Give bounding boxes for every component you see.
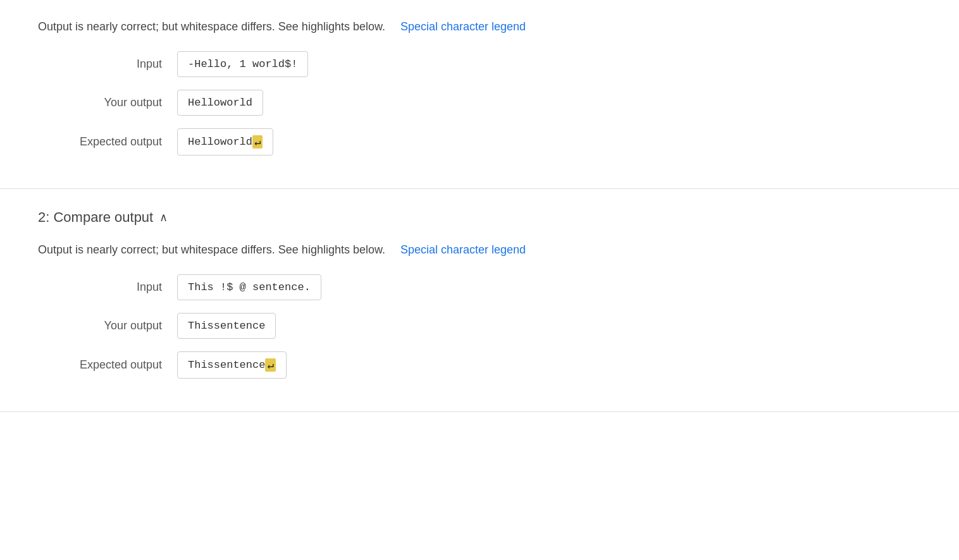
your-output-value-2: Thissentence [188, 320, 265, 332]
input-value-1: -Hello, 1 world$! [188, 58, 297, 70]
input-box-2: This !$ @ sentence. [177, 274, 321, 300]
input-row-1: Input -Hello, 1 world$! [38, 51, 921, 77]
your-output-row-1: Your output Helloworld [38, 90, 921, 116]
expected-output-label-2: Expected output [38, 358, 177, 372]
your-output-box-2: Thissentence [177, 313, 276, 339]
input-label-2: Input [38, 281, 177, 294]
special-char-legend-link-1[interactable]: Special character legend [400, 20, 526, 33]
section-2-header-label: 2: Compare output [38, 209, 153, 226]
input-row-2: Input This !$ @ sentence. [38, 274, 921, 300]
input-label-1: Input [38, 58, 177, 71]
newline-highlight-2: ↵ [265, 358, 275, 372]
expected-output-row-2: Expected output Thissentence↵ [38, 351, 921, 379]
expected-output-label-1: Expected output [38, 135, 177, 149]
status-text-1: Output is nearly correct; but whitespace… [38, 20, 385, 33]
your-output-value-1: Helloworld [188, 97, 252, 109]
section-2: 2: Compare output ∧ Output is nearly cor… [0, 189, 959, 412]
section-2-header[interactable]: 2: Compare output ∧ [38, 209, 921, 226]
input-value-2: This !$ @ sentence. [188, 281, 311, 293]
chevron-up-icon: ∧ [159, 210, 168, 224]
special-char-legend-link-2[interactable]: Special character legend [400, 243, 526, 257]
expected-output-box-2: Thissentence↵ [177, 351, 287, 379]
status-text-2: Output is nearly correct; but whitespace… [38, 243, 385, 257]
your-output-label-1: Your output [38, 96, 177, 109]
newline-highlight-1: ↵ [252, 135, 263, 149]
status-row-1: Output is nearly correct; but whitespace… [38, 20, 921, 33]
expected-output-value-2: Thissentence [188, 359, 265, 371]
your-output-row-2: Your output Thissentence [38, 313, 921, 339]
section-1: Output is nearly correct; but whitespace… [0, 0, 959, 189]
your-output-box-1: Helloworld [177, 90, 263, 116]
your-output-label-2: Your output [38, 319, 177, 332]
status-row-2: Output is nearly correct; but whitespace… [38, 243, 921, 257]
expected-output-box-1: Helloworld↵ [177, 128, 273, 155]
input-box-1: -Hello, 1 world$! [177, 51, 308, 77]
expected-output-value-1: Helloworld [188, 136, 252, 148]
expected-output-row-1: Expected output Helloworld↵ [38, 128, 921, 155]
